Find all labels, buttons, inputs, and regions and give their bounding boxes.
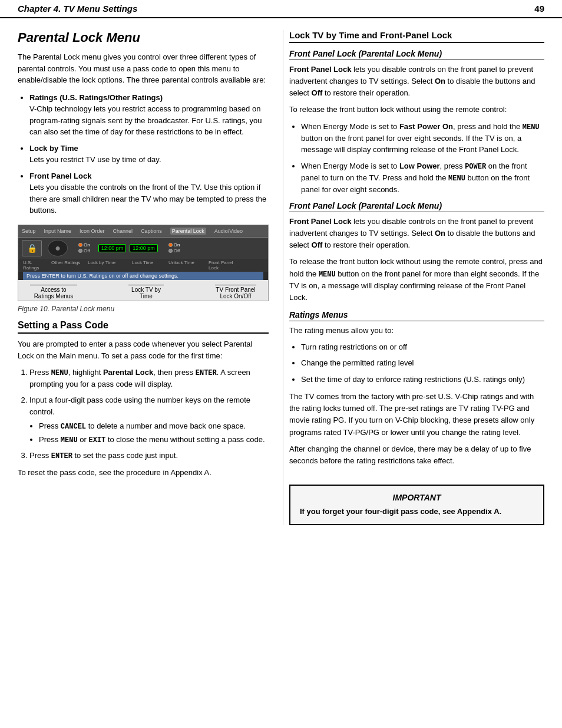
ball-symbol: ● [55,243,61,253]
pass-code-footer: To reset the pass code, see the procedur… [18,467,269,479]
sub-bullet-menu-exit: Press MENU or EXIT to close the menu wit… [39,434,269,446]
menu-item-parentallock: Parental Lock [170,228,206,235]
fp1-on: On [435,77,445,85]
step-1: Press MENU, highlight Parental Lock, the… [29,367,269,391]
pass-code-title: Setting a Pass Code [18,320,269,334]
list-item: Front Panel Lock Lets you disable the co… [29,170,269,216]
fp2-off: Off [312,241,323,249]
main-title: Parental Lock Menu [18,30,269,45]
fp1-low-power: Low Power [399,162,440,170]
sub-bullet-cancel: Press CANCEL to delete a number and move… [39,420,269,433]
tv-screenshot: Setup Input Name Icon Order Channel Capt… [18,225,268,280]
subsection-frontpanel-2: Front Panel Lock (Parental Lock Menu) [289,201,544,212]
page-header: Chapter 4. TV Menu Settings 49 [0,0,562,18]
fp2-para2: To release the front button lock without… [289,256,544,304]
label-unlocktime: Unlock Time [168,260,204,271]
unlock-time-box: 12:00 pm [130,244,158,252]
header-title: Chapter 4. TV Menu Settings [18,4,137,14]
ball-icon: ● [48,240,68,256]
ratings-bullets: Turn rating restrictions on or off Chang… [301,341,544,386]
annotation-ratings: Access toRatings Menus [24,285,83,299]
off-option: Off [78,248,90,253]
label-locktime: Lock Time [132,260,161,271]
fp1-bold-1: Front Panel Lock [289,65,351,74]
fp-on-option: On [168,242,180,248]
on-off-radio: On Off [78,242,90,253]
exit-key: EXIT [88,436,105,444]
fp1-off: Off [312,88,323,97]
step1-menu-key: MENU [51,369,68,377]
page-container: Chapter 4. TV Menu Settings 49 Parental … [0,0,562,728]
fp-off-dot [168,249,173,253]
label-lockbytime: Lock by Time [88,260,120,271]
figure-container: Setup Input Name Icon Order Channel Capt… [18,225,269,301]
header-page-num: 49 [534,4,544,14]
annotation-frontpanel: TV Front PanelLock On/Off [209,285,262,299]
on-option: On [78,242,90,248]
ratings-bullet-2: Change the permitted rating level [301,357,544,369]
time-boxes: 12:00 pm 12:00 pm [98,244,158,252]
fp-on-off-radio: On Off [168,242,180,253]
fp1-bullet-1: When Energy Mode is set to Fast Power On… [301,121,544,156]
ratings-para2: After changing the channel or device, th… [289,443,544,467]
other-ratings-icon-group: ● [48,240,68,256]
menu-item-inputname: Input Name [44,228,72,234]
fp1-para1: Front Panel Lock lets you disable contro… [289,64,544,99]
pass-code-steps: Press MENU, highlight Parental Lock, the… [29,367,269,462]
fp1-menu-key: MENU [523,123,540,131]
menu-item-audiovideo: Audio/Video [214,228,243,234]
lock-symbol: 🔒 [27,243,37,253]
pass-code-intro: You are prompted to enter a pass code wh… [18,338,269,362]
menu-icons-row: 🔒 ● [18,238,268,259]
menu-bar: Setup Input Name Icon Order Channel Capt… [18,225,268,238]
annotations-area: Access toRatings Menus Lock TV byTime TV… [18,282,268,301]
label-other-ratings: Other Ratings [51,260,81,271]
ratings-icon: 🔒 [22,240,42,256]
frontpanel-group: On Off [168,242,180,253]
left-column: Parental Lock Menu The Parental Lock men… [18,30,283,525]
fp-off-label: Off [174,248,180,253]
status-text: Press ENTER to turn U.S. Ratings on or o… [27,273,178,279]
ratings-bullet-1: Turn rating restrictions on or off [301,341,544,353]
step-2: Input a four-digit pass code using the n… [29,394,269,446]
step1-enter-key: ENTER [196,369,217,377]
list-item: Lock by Time Lets you restrict TV use by… [29,143,269,166]
step2-sub-bullets: Press CANCEL to delete a number and move… [39,420,269,446]
lockbytime-group: On Off [78,242,90,253]
menu-item-setup: Setup [22,228,36,234]
right-section-title: Lock TV by Time and Front-Panel Lock [289,30,544,43]
menu-item-iconorder: Icon Order [80,228,105,234]
fp1-bullets: When Energy Mode is set to Fast Power On… [301,121,544,196]
bullet-title: Lock by Time [29,144,78,153]
fp1-menu-key2: MENU [448,174,465,183]
menu-item-captions: Captions [141,228,162,234]
menu-item-channel: Channel [113,228,133,234]
bullet-text: Lets you restrict TV use by time of day. [29,155,161,164]
subsection-ratings-menus: Ratings Menus [289,310,544,321]
fp2-menu-key: MENU [319,271,336,279]
fp-off-option: Off [168,248,180,253]
off-label: Off [84,248,90,253]
bullet-text: Lets you disable the controls on the fro… [29,183,266,215]
fp2-bold-1: Front Panel Lock [289,217,351,226]
fp-on-dot [168,243,173,247]
ratings-bullet-3: Set the time of day to enforce rating re… [301,374,544,386]
annotation-label-2: Lock TV byTime [131,286,161,299]
fp1-para2: To release the front button lock without… [289,104,544,116]
label-us-ratings: U.S. Ratings [23,260,47,271]
fp1-bullet-2: When Energy Mode is set to Low Power, pr… [301,160,544,196]
ratings-para1: The TV comes from the factory with pre-s… [289,391,544,439]
step1-parental-lock: Parental Lock [103,368,153,377]
on-label: On [84,242,90,248]
bullet-title: Ratings (U.S. Ratings/Other Ratings) [29,93,163,102]
fp1-power-key: POWER [465,163,486,171]
menu-key: MENU [61,436,78,444]
annotation-locktime: Lock TV byTime [123,285,170,299]
cancel-key: CANCEL [61,423,86,431]
step3-enter-key: ENTER [51,452,72,460]
annotation-label-3: TV Front PanelLock On/Off [216,286,255,299]
annotation-line-2 [128,285,164,285]
off-dot [78,249,82,253]
list-item: Ratings (U.S. Ratings/Other Ratings) V-C… [29,92,269,138]
fp-on-label: On [174,242,180,248]
